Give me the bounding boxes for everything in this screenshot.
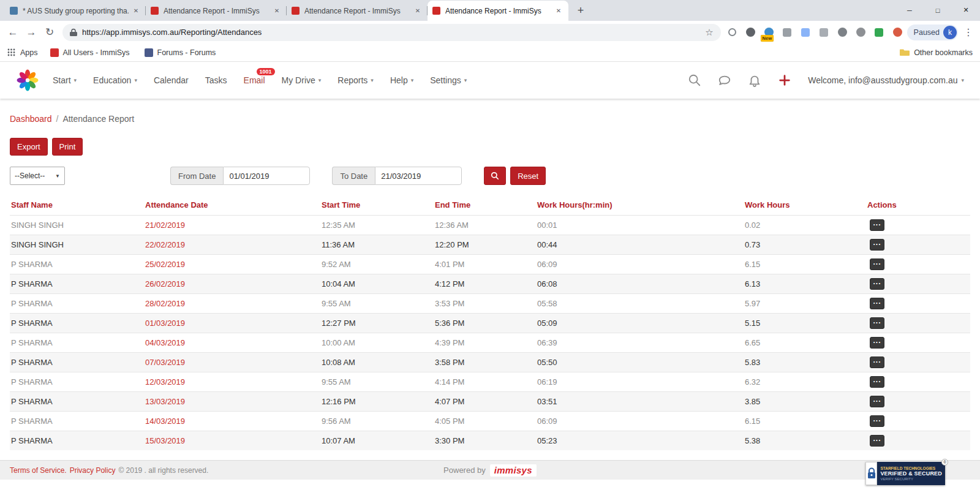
extension-grid[interactable] bbox=[819, 27, 829, 37]
minimize-button[interactable]: ─ bbox=[895, 0, 924, 20]
row-actions-button[interactable]: ... bbox=[870, 317, 884, 329]
extension-dark[interactable] bbox=[745, 27, 756, 37]
search-button[interactable] bbox=[484, 167, 506, 185]
nav-item-help[interactable]: Help▾ bbox=[390, 75, 413, 85]
nav-item-reports[interactable]: Reports▾ bbox=[337, 75, 374, 85]
chat-icon[interactable] bbox=[718, 74, 731, 87]
from-date-input[interactable] bbox=[223, 167, 310, 185]
column-header[interactable]: Staff Name bbox=[10, 200, 144, 209]
attendance-date-link[interactable]: 15/03/2019 bbox=[144, 436, 320, 445]
bookmark-item[interactable]: All Users - ImmiSys bbox=[50, 48, 130, 57]
browser-tab[interactable]: Attendance Report - ImmiSys✕ bbox=[287, 1, 428, 21]
nav-item-calendar[interactable]: Calendar bbox=[154, 75, 189, 85]
nav-item-email[interactable]: Email1001 bbox=[244, 75, 265, 85]
end-time-cell: 4:05 PM bbox=[434, 417, 536, 426]
refresh-button[interactable]: ↻ bbox=[40, 23, 59, 42]
extension-gear[interactable] bbox=[837, 27, 848, 37]
attendance-date-link[interactable]: 01/03/2019 bbox=[144, 319, 320, 328]
row-actions-button[interactable]: ... bbox=[870, 258, 884, 270]
extension-glyph bbox=[838, 28, 847, 37]
attendance-date-link[interactable]: 14/03/2019 bbox=[144, 417, 320, 426]
browser-tab[interactable]: Attendance Report - ImmiSys✕ bbox=[146, 1, 287, 21]
new-tab-button[interactable]: + bbox=[572, 2, 589, 19]
breadcrumb-dashboard-link[interactable]: Dashboard bbox=[10, 114, 52, 124]
extension-colorful[interactable] bbox=[892, 27, 903, 37]
back-button[interactable]: ← bbox=[4, 23, 22, 42]
attendance-date-link[interactable]: 07/03/2019 bbox=[144, 358, 320, 367]
address-bar[interactable]: https://app.immisys.com.au/Reporting/Att… bbox=[62, 24, 721, 41]
row-actions-button[interactable]: ... bbox=[870, 376, 884, 388]
column-header[interactable]: End Time bbox=[434, 200, 536, 209]
column-header[interactable]: Work Hours(hr:min) bbox=[536, 200, 744, 209]
verified-secured-seal[interactable]: STARFIELD TECHNOLOGIES VERIFIED & SECURE… bbox=[865, 462, 945, 485]
nav-item-settings[interactable]: Settings▾ bbox=[430, 75, 467, 85]
row-actions-button[interactable]: ... bbox=[870, 337, 884, 349]
extension-keyboard[interactable] bbox=[782, 27, 793, 37]
row-actions-button[interactable]: ... bbox=[870, 298, 884, 309]
privacy-link[interactable]: Privacy Policy bbox=[70, 466, 116, 475]
row-actions-button[interactable]: ... bbox=[870, 357, 884, 368]
attendance-date-link[interactable]: 22/02/2019 bbox=[144, 240, 320, 249]
row-actions-button[interactable]: ... bbox=[870, 239, 884, 251]
reset-button[interactable]: Reset bbox=[510, 167, 546, 185]
tab-close-icon[interactable]: ✕ bbox=[131, 6, 141, 16]
browser-tab[interactable]: * AUS Study group reporting tha...✕ bbox=[5, 1, 146, 21]
bookmark-star-icon[interactable]: ☆ bbox=[705, 27, 713, 38]
extension-camera[interactable] bbox=[856, 27, 866, 37]
bookmark-item[interactable]: Forums - Forums bbox=[145, 48, 216, 57]
nav-item-start[interactable]: Start▾ bbox=[53, 75, 77, 85]
tab-close-icon[interactable]: ✕ bbox=[272, 6, 282, 16]
row-actions-button[interactable]: ... bbox=[870, 435, 884, 447]
other-bookmarks-button[interactable]: Other bookmarks bbox=[900, 48, 973, 57]
maximize-button[interactable]: □ bbox=[924, 0, 952, 20]
column-header[interactable]: Actions bbox=[866, 200, 970, 209]
site-header: Start▾Education▾CalendarTasksEmail1001My… bbox=[0, 62, 980, 99]
attendance-date-link[interactable]: 25/02/2019 bbox=[144, 260, 320, 269]
table-row: P SHARMA25/02/20199:52 AM4:01 PM06:096.1… bbox=[10, 254, 970, 274]
row-actions-button[interactable]: ... bbox=[870, 415, 884, 427]
nav-item-tasks[interactable]: Tasks bbox=[205, 75, 227, 85]
attendance-date-link[interactable]: 26/02/2019 bbox=[144, 279, 320, 289]
close-window-button[interactable]: ✕ bbox=[952, 0, 980, 20]
staff-select-dropdown[interactable]: --Select-- ▼ bbox=[10, 167, 65, 185]
nav-item-education[interactable]: Education▾ bbox=[93, 75, 137, 85]
apps-shortcut[interactable]: Apps bbox=[7, 48, 38, 57]
attendance-date-link[interactable]: 28/02/2019 bbox=[144, 299, 320, 308]
extension-green[interactable] bbox=[874, 27, 884, 37]
nav-item-my-drive[interactable]: My Drive▾ bbox=[282, 75, 322, 85]
account-menu[interactable]: Welcome, info@ausstudygroup.com.au ▾ bbox=[808, 75, 964, 85]
row-actions-button[interactable]: ... bbox=[870, 278, 884, 290]
attendance-date-link[interactable]: 13/03/2019 bbox=[144, 397, 320, 406]
attendance-date-link[interactable]: 12/03/2019 bbox=[144, 377, 320, 387]
start-time-cell: 10:08 AM bbox=[320, 358, 434, 367]
forward-button[interactable]: → bbox=[22, 23, 40, 42]
to-date-input[interactable] bbox=[375, 167, 462, 185]
tab-close-icon[interactable]: ✕ bbox=[413, 6, 423, 16]
column-header[interactable]: Start Time bbox=[320, 200, 434, 209]
export-button[interactable]: Export bbox=[10, 138, 48, 156]
add-plus-icon[interactable] bbox=[778, 74, 791, 87]
attendance-date-link[interactable]: 04/03/2019 bbox=[144, 338, 320, 347]
work-hours-hrmin-cell: 06:09 bbox=[536, 260, 744, 269]
attendance-date-link[interactable]: 21/02/2019 bbox=[144, 221, 320, 230]
notifications-bell-icon[interactable] bbox=[748, 74, 761, 87]
immisys-logo[interactable] bbox=[16, 69, 39, 92]
extension-doc[interactable] bbox=[801, 27, 811, 37]
immisys-footer-logo[interactable]: immisys bbox=[490, 464, 537, 477]
copyright-text: © 2019 . all rights reserved. bbox=[118, 466, 208, 475]
tab-close-icon[interactable]: ✕ bbox=[554, 6, 564, 16]
row-actions-button[interactable]: ... bbox=[870, 396, 884, 407]
browser-menu-button[interactable]: ⋮ bbox=[960, 25, 976, 40]
actions-cell: ... bbox=[866, 357, 970, 368]
row-actions-button[interactable]: ... bbox=[870, 219, 884, 231]
extension-new[interactable]: New bbox=[764, 27, 774, 37]
column-header[interactable]: Attendance Date bbox=[144, 200, 320, 209]
browser-tab[interactable]: Attendance Report - ImmiSys✕ bbox=[428, 1, 568, 21]
terms-link[interactable]: Terms of Service. bbox=[10, 466, 67, 475]
search-icon[interactable] bbox=[688, 74, 701, 87]
column-header[interactable]: Work Hours bbox=[744, 200, 866, 209]
sync-paused-button[interactable]: Paused k bbox=[907, 25, 958, 40]
extension-ring[interactable] bbox=[727, 27, 737, 37]
print-button[interactable]: Print bbox=[52, 138, 83, 156]
tab-favicon-icon bbox=[151, 7, 159, 15]
